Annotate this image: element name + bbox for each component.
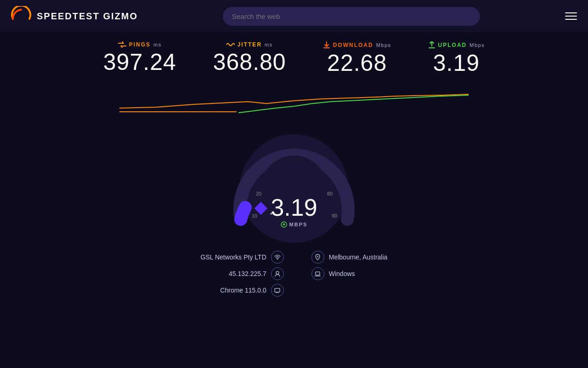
download-icon [323,41,330,49]
location-icon [315,254,320,260]
upload-label-text: UPLOAD [438,42,467,48]
svg-rect-23 [316,272,320,275]
hamburger-line-3 [565,19,577,20]
stat-pings: PINGS ms 397.24 [103,41,176,76]
speedometer: 10 20 30 40 50 60 70 80 90 3.19 [225,117,363,246]
speed-unit-text: MBPS [289,222,308,227]
info-section: GSL Networks Pty LTD 45.132.225.7 [201,251,388,300]
isp-text: GSL Networks Pty LTD [201,253,266,261]
svg-point-22 [317,256,318,257]
svg-point-17 [277,259,278,260]
jitter-label-text: JITTER [237,41,262,48]
svg-point-18 [276,271,279,274]
hamburger-menu[interactable] [565,12,577,20]
os-row: Windows [311,267,388,280]
jitter-value: 368.80 [213,50,286,75]
user-icon [275,271,280,277]
ip-row: 45.132.225.7 [201,267,284,280]
location-row: Melbourne, Australia [311,251,388,264]
ip-text: 45.132.225.7 [229,270,266,277]
line-chart [119,80,469,122]
hamburger-line-1 [565,12,577,13]
pings-unit: ms [153,42,162,47]
info-right: Melbourne, Australia Windows [311,251,388,284]
svg-rect-19 [275,288,280,292]
wifi-icon [274,254,281,260]
speed-unit-row: MBPS [271,221,317,228]
jitter-label: JITTER ms [213,41,286,48]
browser-text: Chrome 115.0.0 [220,287,266,294]
upload-icon [428,41,435,49]
logo-icon [11,6,31,26]
stat-jitter: JITTER ms 368.80 [213,41,286,76]
logo-area: SPEEDTEST GIZMO [11,6,138,26]
os-icon-circle [311,267,324,280]
pings-value: 397.24 [103,50,176,75]
upload-label: UPLOAD Mbps [428,41,485,49]
speed-upload-icon [281,221,287,228]
svg-text:20: 20 [256,191,261,196]
stats-row: PINGS ms 397.24 JITTER ms 368.80 DOWN [103,41,485,76]
header: SPEEDTEST GIZMO [0,0,588,32]
main-content: PINGS ms 397.24 JITTER ms 368.80 DOWN [0,32,588,300]
wave-icon [226,41,235,48]
speed-value: 3.19 [271,196,317,219]
wifi-icon-circle [271,251,284,264]
svg-text:90: 90 [332,213,337,218]
os-text: Windows [329,270,355,277]
speedometer-section: 10 20 30 40 50 60 70 80 90 3.19 [201,117,388,300]
download-label: DOWNLOAD Mbps [323,41,391,49]
location-icon-circle [311,251,324,264]
svg-text:80: 80 [327,191,333,196]
browser-row: Chrome 115.0.0 [201,284,284,297]
upload-unit: Mbps [469,42,485,48]
upload-value: 3.19 [428,51,485,76]
chart-area [119,80,469,122]
location-text: Melbourne, Australia [329,253,388,261]
pings-label-text: PINGS [129,41,151,48]
speed-display: 3.19 MBPS [271,196,317,228]
search-bar[interactable] [223,7,480,26]
download-unit: Mbps [376,42,391,48]
monitor-icon [274,288,280,293]
download-label-text: DOWNLOAD [333,42,373,48]
arrows-icon [118,41,126,48]
logo-text: SPEEDTEST GIZMO [37,11,138,22]
jitter-unit: ms [265,42,273,47]
isp-row: GSL Networks Pty LTD [201,251,284,264]
browser-icon-circle [271,284,284,297]
search-input[interactable] [223,7,480,26]
laptop-icon [315,271,321,276]
user-icon-circle [271,267,284,280]
hamburger-line-2 [565,16,577,17]
stat-download: DOWNLOAD Mbps 22.68 [323,41,391,76]
download-value: 22.68 [323,51,391,76]
pings-label: PINGS ms [103,41,176,48]
info-left: GSL Networks Pty LTD 45.132.225.7 [201,251,284,300]
stat-upload: UPLOAD Mbps 3.19 [428,41,485,76]
svg-text:10: 10 [252,213,257,218]
